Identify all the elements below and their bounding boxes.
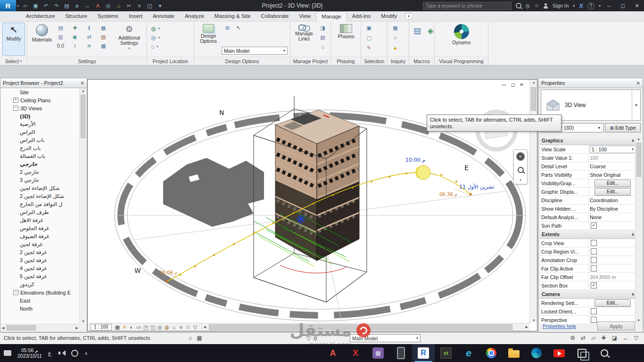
analysis-display-icon[interactable]: ▽ [192,324,199,330]
browser-item-غرفة-لجين-3[interactable]: غرفة لجين 3 [1,256,79,264]
taskbar-search-button[interactable] [593,344,616,362]
property-value[interactable]: Show Original [589,171,636,179]
scroll-left-icon[interactable]: ◀ [2,326,4,330]
project-base-point-icon[interactable] [296,214,305,224]
taskbar-phone-button[interactable] [389,344,412,362]
panel-label-manage-project[interactable]: Manage Project [290,57,330,65]
load-selection-icon[interactable]: ▢ [365,34,373,41]
type-selector-arrow-icon[interactable]: ▼ [632,90,640,120]
taskbar-file-explorer-button[interactable] [503,344,525,362]
visual-style-icon[interactable]: ▦ [114,324,121,330]
select-by-id-icon[interactable]: ○ [391,34,399,41]
purge-unused-icon[interactable]: ▧ [99,33,107,41]
volume-icon[interactable] [58,349,65,357]
additional-settings-button[interactable]: ⚙ Additional Settings ▾ [114,23,144,56]
ribbon-tab-insert[interactable]: Insert [124,11,148,21]
sunrise-point[interactable] [166,280,168,283]
customize-quick-access-toolbar-button[interactable]: ▾ [156,1,165,10]
viewport-hscroll-thumb[interactable] [209,324,512,330]
browser-item-east[interactable]: East [1,296,79,304]
panel-label-macros[interactable]: Macros [409,57,434,65]
ribbon-tab-analyze[interactable]: Analyze [180,11,209,21]
apply-button[interactable]: Apply [597,321,635,330]
property-value[interactable] [589,239,636,247]
autodesk-exchange-icon[interactable]: X [579,2,583,9]
property-value[interactable] [589,247,636,255]
language-indicator[interactable]: ع [48,350,51,356]
decal-types-icon[interactable]: ▧ [319,33,327,41]
modify-button[interactable]: ↖ Modify [2,23,25,56]
viewport-vscroll-thumb[interactable] [531,87,536,111]
property-value[interactable] [589,264,636,272]
viewport-horizontal-scrollbar[interactable]: ◀ ▶ [202,323,529,331]
browser-item-الأرضية[interactable]: الأرضية [1,120,79,128]
project-parameters-icon[interactable]: ▦ [99,24,107,32]
building-model[interactable] [275,110,359,261]
edit-selection-icon[interactable]: ✎ [365,44,373,51]
sign-in-button[interactable]: Sign In [553,3,569,8]
property-value[interactable]: None [589,213,636,221]
macro-manager-icon[interactable]: ▤ [412,25,422,36]
unlocked-view-icon[interactable]: ⌂ [171,324,178,330]
property-value[interactable]: 1 : 100▾ [589,145,636,153]
worksharing-display-icon[interactable]: ☆ [185,324,192,330]
ribbon-tab-add-ins[interactable]: Add-Ins [347,11,376,21]
browser-item-باب-التراس[interactable]: باب التراس [1,136,79,144]
phases-button[interactable]: Phases [334,23,358,56]
property-value[interactable]: 304.8000 m [589,273,636,281]
location-icon[interactable]: ◍ [151,24,160,33]
default-3d-view-button[interactable]: ⌂ [114,1,123,10]
dynamo-button[interactable]: Dynamo [449,23,474,56]
crop-region-vi-checkbox[interactable] [591,248,597,255]
properties-scrollbar[interactable]: ▲ ▼ [635,136,642,323]
graphic-displa-edit-button[interactable]: Edit... [594,188,631,196]
browser-item-3d-views[interactable]: −3D Views [1,104,79,112]
structural-settings-icon[interactable]: I [71,42,79,49]
crop-view-checkbox[interactable] [591,240,597,246]
starting-view-icon[interactable]: ⌂ [319,43,327,50]
panel-schedule-templates-icon[interactable]: ▩ [99,42,107,49]
properties-header[interactable]: Properties ✕ [539,78,643,88]
temporary-view-properties-icon[interactable]: ≡ [178,324,185,330]
steering-wheel-button[interactable] [515,151,526,162]
property-value[interactable] [589,256,636,264]
properties-section-extents[interactable]: Extents∧ [540,230,636,239]
browser-item-غرفة-لجين-2[interactable]: غرفة لجين 2 [1,248,79,256]
taskbar-start-button[interactable] [616,344,638,362]
temporary-hide-isolate-icon[interactable]: ◎ [157,324,164,330]
ribbon-tab-collaborate[interactable]: Collaborate [256,11,294,21]
project-browser-close-icon[interactable]: ✕ [81,81,84,86]
dropdown-arrow-icon[interactable]: ▾ [632,147,634,151]
browser-item-ceiling-plans[interactable]: +Ceiling Plans [1,96,79,104]
browser-scroll-thumb[interactable] [81,95,85,138]
selection-filter-icon[interactable]: ▽ [306,335,311,342]
application-menu-button[interactable]: R [0,0,16,11]
object-styles-icon[interactable]: ▤ [57,24,65,32]
measure-button[interactable]: ⌀ [73,1,82,10]
property-value[interactable]: Coarse [589,162,636,170]
scroll-right-icon[interactable]: ▶ [76,326,78,330]
print-button[interactable]: ▤ [62,1,71,10]
ribbon-tab-systems[interactable]: Systems [92,11,124,21]
browser-item-طرف-التراس[interactable]: طرف التراس [1,208,79,216]
properties-scroll-down-icon[interactable]: ▼ [637,319,640,322]
browser-item-خارجي-2[interactable]: خارجي 2 [1,168,79,176]
browser-item-شكل-الإضاءة-لجين-2[interactable]: شكل الإضاءة لجين 2 [1,192,79,200]
status-design-option-dropdown[interactable]: Main Model ▾ [350,334,421,342]
panel-label-project-location[interactable]: Project Location [147,57,194,65]
browser-vertical-scrollbar[interactable]: ▲ ▼ [79,88,86,324]
open-button[interactable]: ▱ [21,1,30,10]
select-links-icon[interactable]: ⇄ [581,335,586,341]
crop-view-icon[interactable]: ◳ [142,324,149,330]
viewport-scroll-up-icon[interactable]: ▲ [532,81,536,84]
coordinates-icon[interactable]: ◎ [151,33,160,42]
browser-item-غرفة-لجين-4[interactable]: غرفة لجين 4 [1,264,79,272]
property-value[interactable]: 100 [589,154,636,162]
view-close-icon[interactable]: ✕ [520,82,523,87]
global-parameters-icon[interactable]: ◉ [71,33,79,41]
panel-label-settings[interactable]: Settings [27,57,147,65]
search-icon[interactable] [516,3,521,8]
add-to-set-icon[interactable]: ⊞ [223,24,231,32]
browser-item-elevations-building-e[interactable]: −Elevations (Building E [1,288,79,296]
design-options-status-icon[interactable]: ▦ [197,335,202,341]
